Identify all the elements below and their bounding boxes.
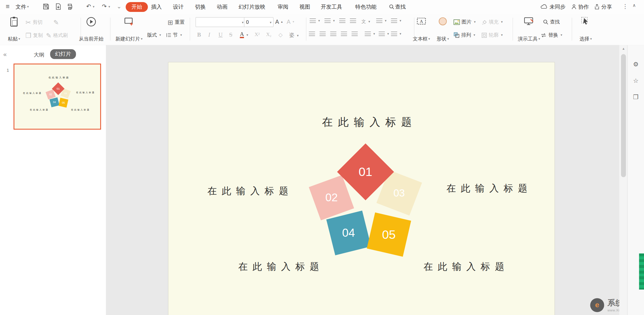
slide-label-right[interactable]: 在 此 输 入 标 题 bbox=[70, 91, 100, 94]
object-properties-icon[interactable]: ⚙ bbox=[628, 61, 644, 68]
tab-animation[interactable]: 动画 bbox=[217, 3, 227, 11]
copy-button[interactable]: ❐复制 bbox=[25, 32, 43, 39]
tab-insert[interactable]: 插入 bbox=[151, 3, 162, 11]
paragraph-mark-button[interactable]: ▾ bbox=[391, 18, 401, 23]
scroll-up-arrow[interactable]: ▲ bbox=[619, 47, 628, 50]
tab-developer[interactable]: 开发工具 bbox=[321, 3, 342, 11]
collapse-ribbon-icon[interactable]: ∧ bbox=[632, 3, 636, 8]
clear-format-icon[interactable]: ◇ bbox=[278, 32, 283, 38]
layout-button[interactable]: 版式▾ bbox=[147, 32, 161, 38]
replace-button[interactable]: 替换▾ bbox=[541, 32, 562, 38]
text-tool-button[interactable]: 姿▾ bbox=[289, 32, 299, 39]
tab-design[interactable]: 设计 bbox=[173, 3, 184, 11]
sync-status[interactable]: 未同步 bbox=[549, 3, 566, 11]
search-icon[interactable] bbox=[389, 4, 394, 10]
pinwheel-shape-05[interactable]: 05 bbox=[58, 98, 68, 107]
slide-thumbnail[interactable]: 在 此 输 入 标 题 02 03 04 05 01 在 此 输 入 标 题 在… bbox=[13, 64, 101, 130]
shapes-button[interactable]: 形状▾ bbox=[434, 15, 452, 43]
slide-1[interactable]: 在 此 输 入 标 题 02 03 04 05 01 在 此 输 入 标 题 在… bbox=[168, 62, 555, 315]
scrollbar-thumb[interactable] bbox=[621, 54, 626, 177]
grow-font-button[interactable]: A▲ bbox=[275, 18, 283, 25]
slide-label-bottom-right[interactable]: 在 此 输 入 标 题 bbox=[65, 108, 95, 111]
tab-slides[interactable]: 幻灯片 bbox=[50, 49, 76, 59]
redo-icon[interactable]: ↷ bbox=[102, 3, 107, 10]
align-left-button[interactable] bbox=[309, 32, 315, 36]
increase-indent-button[interactable] bbox=[350, 18, 356, 23]
slide-label-bottom-left[interactable]: 在 此 输 入 标 题 bbox=[24, 108, 54, 111]
section-button[interactable]: 节▾ bbox=[166, 32, 182, 38]
tab-special-features[interactable]: 特色功能 bbox=[355, 3, 377, 11]
align-center-button[interactable] bbox=[320, 32, 326, 36]
numbering-button[interactable]: ▾ bbox=[324, 18, 335, 23]
editing-canvas[interactable]: 在 此 输 入 标 题 02 03 04 05 01 在 此 输 入 标 题 在… bbox=[106, 45, 619, 315]
pinwheel-shape-04[interactable]: 04 bbox=[49, 97, 59, 107]
undo-dropdown-icon[interactable]: ▾ bbox=[93, 5, 95, 9]
assets-library-icon[interactable]: ❐ bbox=[628, 93, 644, 101]
paste-button[interactable]: 粘贴▾ bbox=[4, 15, 24, 43]
textbox-button[interactable]: A 文本框▾ bbox=[410, 15, 433, 43]
indent-options-button[interactable]: ▾ bbox=[379, 32, 389, 36]
sync-cloud-icon[interactable] bbox=[541, 4, 547, 9]
slide-title-text[interactable]: 在 此 输 入 标 题 bbox=[244, 115, 491, 129]
italic-button[interactable]: I bbox=[208, 32, 210, 38]
subscript-button[interactable]: X₂ bbox=[266, 32, 272, 38]
superscript-button[interactable]: X² bbox=[255, 32, 260, 38]
save-icon[interactable] bbox=[43, 3, 49, 10]
slide-label-right[interactable]: 在 此 输 入 标 题 bbox=[420, 182, 555, 195]
beautify-icon[interactable]: ☆ bbox=[628, 77, 644, 85]
file-menu[interactable]: 文件▾ bbox=[16, 3, 29, 11]
play-from-current-button[interactable]: 从当前开始 bbox=[72, 15, 110, 43]
paragraph-spacing-button[interactable]: ▾ bbox=[365, 32, 375, 36]
distribute-button[interactable] bbox=[352, 32, 358, 36]
slide-label-bottom-right[interactable]: 在 此 输 入 标 题 bbox=[397, 261, 532, 273]
bullets-button[interactable]: ▾ bbox=[310, 18, 320, 23]
slide-title-text[interactable]: 在 此 输 入 标 题 bbox=[31, 76, 86, 79]
vertical-text-button[interactable]: 文▾ bbox=[361, 18, 370, 25]
tab-outline[interactable]: 大纲 bbox=[34, 51, 44, 59]
reset-button[interactable]: ⊞重置 bbox=[168, 18, 185, 26]
vertical-scrollbar[interactable]: ▲ bbox=[619, 45, 628, 315]
share-icon[interactable] bbox=[594, 4, 600, 10]
font-family-combobox[interactable]: ▾ bbox=[196, 17, 246, 27]
fill-button[interactable]: 填充▾ bbox=[481, 18, 503, 25]
share-label[interactable]: 分享 bbox=[601, 3, 612, 11]
format-painter-button[interactable]: ✎格式刷 bbox=[46, 32, 68, 39]
new-slide-button[interactable]: 新建幻灯片▾ bbox=[112, 15, 146, 43]
picture-button[interactable]: 图片▾ bbox=[453, 18, 476, 25]
tab-view[interactable]: 视图 bbox=[299, 3, 310, 11]
columns-button[interactable]: ▾ bbox=[391, 32, 401, 36]
hamburger-menu-icon[interactable]: ≡ bbox=[6, 3, 10, 10]
underline-button[interactable]: U bbox=[219, 32, 223, 38]
find-button[interactable]: 查找 bbox=[543, 18, 560, 25]
tab-home[interactable]: 开始 bbox=[126, 2, 148, 12]
decrease-indent-button[interactable] bbox=[339, 18, 346, 23]
pinwheel-shape-04[interactable]: 04 bbox=[326, 210, 371, 255]
align-right-button[interactable] bbox=[330, 32, 337, 36]
presentation-tools-button[interactable]: 演示工具▾ bbox=[515, 15, 543, 43]
tab-slideshow[interactable]: 幻灯片放映 bbox=[239, 3, 265, 11]
pinwheel-shape-05[interactable]: 05 bbox=[367, 213, 411, 257]
outline-button[interactable]: 轮廓▾ bbox=[481, 32, 503, 38]
arrange-button[interactable]: 排列▾ bbox=[453, 32, 475, 38]
font-size-combobox[interactable]: 0▾ bbox=[244, 17, 273, 27]
cut-button[interactable]: ✂剪切 bbox=[25, 18, 42, 26]
line-spacing-button[interactable]: ▾ bbox=[376, 18, 386, 23]
justify-button[interactable] bbox=[341, 32, 347, 36]
export-icon[interactable] bbox=[55, 3, 62, 10]
select-button[interactable]: 选择▾ bbox=[574, 15, 597, 43]
font-color-button[interactable]: A▾ bbox=[240, 32, 248, 38]
collaborate-label[interactable]: 协作 bbox=[578, 3, 589, 11]
tab-review[interactable]: 审阅 bbox=[278, 3, 288, 11]
slide-label-left[interactable]: 在 此 输 入 标 题 bbox=[181, 185, 316, 197]
print-icon[interactable] bbox=[66, 3, 73, 10]
bold-button[interactable]: B bbox=[197, 32, 201, 38]
tab-transition[interactable]: 切换 bbox=[195, 3, 206, 11]
menubar-find[interactable]: 查找 bbox=[395, 3, 406, 11]
customize-toolbar-icon[interactable]: ⌄ bbox=[117, 3, 121, 10]
more-options-icon[interactable]: ⋮ bbox=[622, 3, 628, 10]
shrink-font-button[interactable]: A▼ bbox=[287, 18, 295, 25]
collapse-panel-button[interactable]: « bbox=[3, 50, 7, 57]
undo-icon[interactable]: ↶ bbox=[86, 3, 91, 10]
slide-label-left[interactable]: 在 此 输 入 标 题 bbox=[17, 92, 47, 94]
slide-label-bottom-left[interactable]: 在 此 输 入 标 题 bbox=[211, 261, 347, 273]
